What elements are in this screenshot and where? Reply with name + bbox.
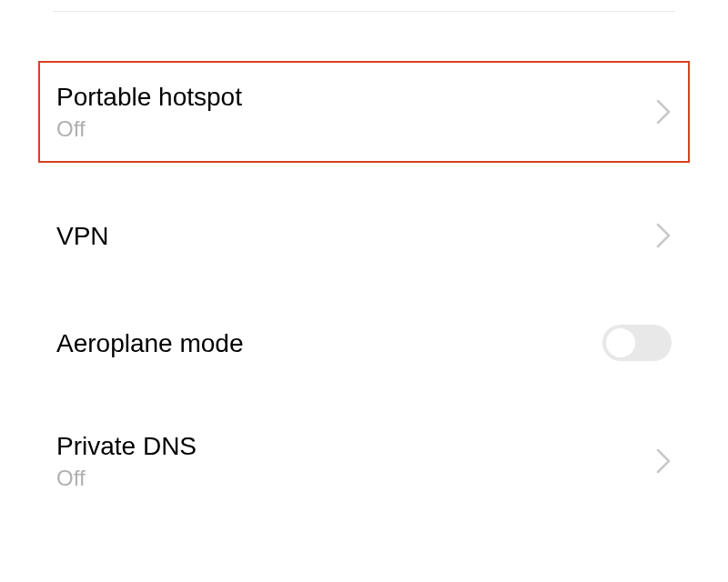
setting-title: Portable hotspot [56,81,242,113]
section-divider [53,11,675,12]
setting-portable-hotspot[interactable]: Portable hotspot Off [38,61,690,163]
setting-title: Aeroplane mode [56,327,243,359]
chevron-right-icon [655,98,672,125]
setting-title: Private DNS [56,430,197,462]
chevron-right-icon [655,447,672,475]
setting-text-block: VPN [56,220,109,252]
setting-aeroplane-mode[interactable]: Aeroplane mode [38,303,690,383]
chevron-right-icon [655,222,672,249]
setting-text-block: Aeroplane mode [56,327,243,359]
setting-text-block: Portable hotspot Off [56,81,242,143]
toggle-knob [606,328,635,357]
setting-subtitle: Off [56,115,242,143]
setting-title: VPN [56,220,109,252]
setting-text-block: Private DNS Off [56,430,197,492]
settings-list: Portable hotspot Off VPN Aeroplane mode [0,61,728,512]
aeroplane-mode-toggle[interactable] [602,325,672,361]
setting-vpn[interactable]: VPN [38,196,690,276]
setting-subtitle: Off [56,464,197,492]
setting-private-dns[interactable]: Private DNS Off [38,410,690,512]
